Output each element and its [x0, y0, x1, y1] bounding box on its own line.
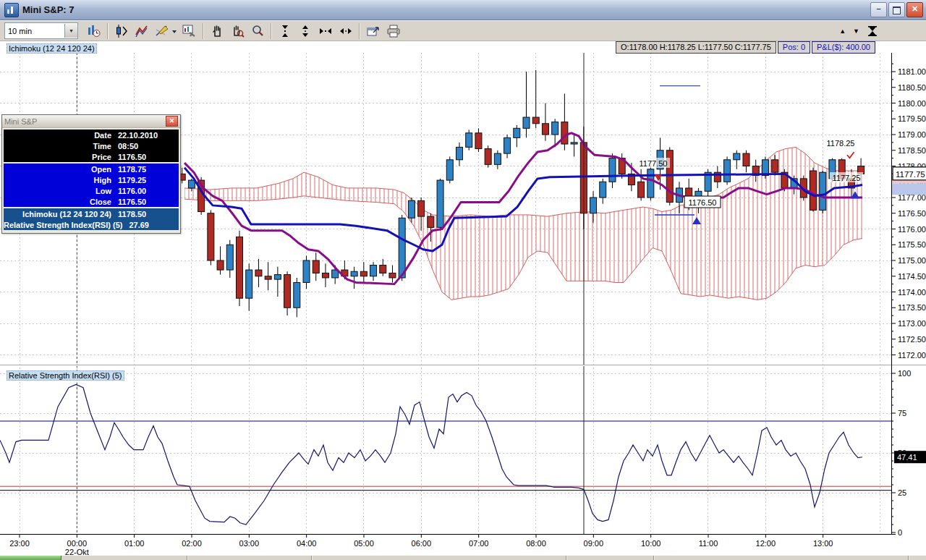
price-axis-label: 1173.50 — [898, 303, 926, 312]
price-axis-label: 1180.50 — [898, 83, 926, 92]
time-axis-label: 02:00 — [182, 539, 202, 548]
time-axis-label: 03:00 — [239, 539, 260, 548]
candle-body — [322, 273, 328, 278]
row-value: 08:50 — [118, 142, 179, 150]
app-window: Mini S&P: 7 – ✕ 10 min ▼ — [0, 0, 926, 560]
position-readout: Pos: 0 — [778, 41, 810, 54]
candlestick-tool-button[interactable] — [111, 22, 132, 41]
taskbar-start-sliver[interactable] — [0, 556, 61, 560]
close-button[interactable]: ✕ — [906, 2, 923, 17]
restore-button[interactable] — [888, 2, 905, 17]
dropdown-arrow-icon[interactable]: ▼ — [64, 24, 77, 38]
candle-body — [370, 266, 377, 276]
expand-horizontal-button[interactable] — [336, 22, 356, 41]
row-label: Date — [4, 131, 118, 140]
scroll-up-icon[interactable]: ▲ — [839, 27, 846, 35]
price-axis-label: 1175.00 — [898, 256, 926, 265]
price-annotation: 1178.25 — [827, 139, 855, 148]
candle-body — [408, 200, 415, 218]
hourglass-icon[interactable] — [867, 25, 878, 37]
pnl-readout: P&L($): 400.00 — [812, 41, 875, 54]
title-bar[interactable]: Mini S&P: 7 – ✕ — [0, 0, 926, 20]
price-annotation: 1177.25 — [833, 174, 861, 182]
compress-horizontal-button[interactable] — [315, 22, 336, 41]
timeframe-value: 10 min — [5, 27, 64, 35]
time-axis-label: 08:00 — [526, 539, 546, 548]
hand-zoom-button[interactable] — [227, 22, 247, 41]
taskbar-divider — [566, 556, 567, 560]
data-window-row: Low1176.00 — [4, 185, 179, 196]
scroll-down-icon[interactable]: ▼ — [853, 27, 859, 35]
data-window-titlebar[interactable]: Mini S&P ✕ — [2, 115, 180, 128]
minimize-button[interactable]: – — [870, 2, 887, 17]
time-axis-label: 04:00 — [297, 539, 317, 548]
price-axis-label: 1178.50 — [898, 146, 926, 155]
expand-vertical-button[interactable] — [295, 22, 315, 41]
candle-body — [284, 275, 291, 308]
zigzag-tool-button[interactable] — [132, 22, 152, 41]
time-axis-label: 12:00 — [756, 539, 776, 548]
rsi-indicator-label[interactable]: Relative Strength Index(RSI) (5) — [7, 370, 124, 381]
chart-settings-button[interactable] — [179, 22, 200, 41]
export-chart-button[interactable] — [363, 22, 383, 41]
data-window-row: Open1178.75 — [4, 164, 179, 174]
candle-body — [532, 117, 539, 124]
price-axis-label: 1179.50 — [898, 114, 926, 123]
candle-body — [437, 180, 443, 227]
quote-info-bar: O:1178.00 H:1178.25 L:1177.50 C:1177.75 … — [616, 41, 875, 54]
print-icon — [386, 24, 401, 38]
compress-horizontal-icon — [318, 24, 333, 38]
candle-body — [590, 198, 597, 213]
price-axis-label: 1179.00 — [898, 130, 926, 139]
taskbar-sliver[interactable] — [0, 555, 926, 560]
toolbar-separator — [271, 23, 272, 39]
data-window-row: Close1176.50 — [4, 196, 179, 207]
candle-body — [494, 153, 501, 164]
current-price-value: 1177.75 — [896, 170, 925, 179]
data-window-close-icon[interactable]: ✕ — [166, 116, 178, 127]
candle-body — [294, 282, 300, 307]
chart-settings-icon — [182, 24, 197, 38]
candle-body — [571, 143, 577, 144]
toolbar: 10 min ▼ — [0, 20, 926, 41]
data-window-popup[interactable]: Mini S&P ✕ Date22.10.2010Time08:50Price1… — [1, 114, 181, 234]
draw-tool-button[interactable] — [152, 22, 179, 41]
candle-body — [523, 117, 530, 128]
time-axis-label: 09:00 — [584, 539, 604, 548]
compress-vertical-button[interactable] — [275, 22, 295, 41]
candle-body — [389, 273, 396, 278]
magnifier-icon — [250, 24, 265, 38]
row-value: 1176.00 — [118, 187, 179, 195]
magnifier-button[interactable] — [247, 22, 268, 41]
timeframe-dropdown[interactable]: 10 min ▼ — [4, 22, 78, 39]
compress-vertical-icon — [278, 24, 292, 38]
data-window-section: Ichimoku (12 24 120 24)1178.50Relative S… — [4, 208, 179, 230]
time-axis-label: 07:00 — [469, 539, 489, 548]
main-indicator-label[interactable]: Ichimoku (12 24 120 24) — [7, 43, 97, 54]
price-axis-label: 1181.00 — [898, 67, 926, 76]
candle-body — [446, 160, 453, 180]
candle-body — [609, 158, 616, 182]
rsi-axis-label: 0 — [898, 528, 902, 537]
candle-body — [237, 237, 243, 298]
indicator-clock-button[interactable] — [84, 22, 104, 41]
candle-body — [313, 260, 319, 273]
time-axis-label: 01:00 — [124, 539, 145, 548]
draw-tool-icon — [155, 24, 177, 38]
pan-hand-button[interactable] — [207, 22, 227, 41]
candle-body — [418, 200, 425, 216]
app-icon — [4, 3, 19, 17]
toolbar-separator — [359, 23, 360, 39]
print-button[interactable] — [383, 22, 404, 41]
rsi-axis-label: 100 — [898, 369, 911, 378]
data-window-row: Ichimoku (12 24 120 24)1178.50 — [4, 208, 179, 219]
data-window-section: Open1178.75High1179.25Low1176.00Close117… — [4, 164, 179, 207]
candle-body — [552, 122, 558, 135]
row-value: 1179.25 — [118, 176, 179, 184]
ohlc-readout: O:1178.00 H:1178.25 L:1177.50 C:1177.75 — [616, 41, 776, 54]
row-label: Open — [4, 165, 118, 174]
hand-zoom-icon — [230, 24, 245, 38]
candle-body — [724, 160, 731, 182]
data-window-body: Date22.10.2010Time08:50Price1176.50Open1… — [2, 128, 180, 233]
candle-body — [743, 153, 749, 166]
